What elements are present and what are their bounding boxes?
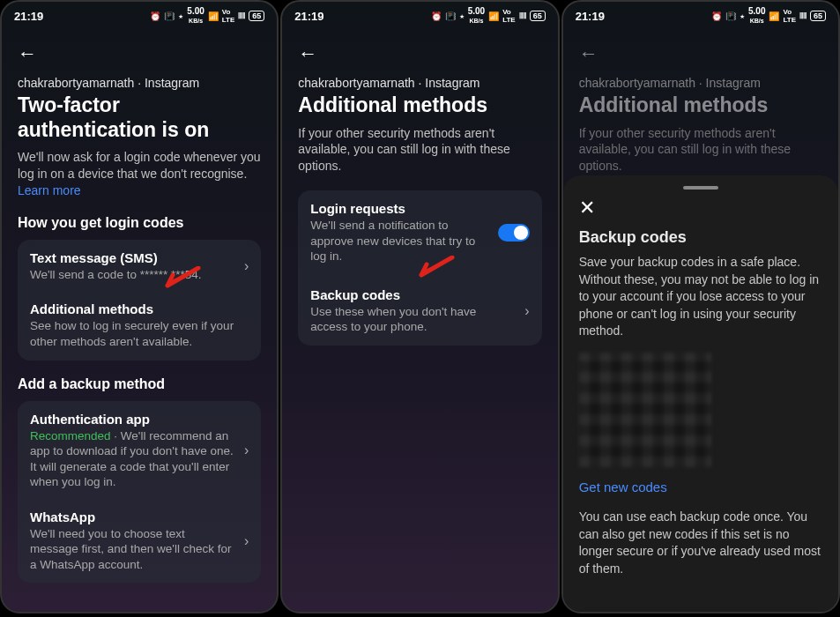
- sms-title: Text message (SMS): [30, 250, 235, 265]
- login-requests-toggle[interactable]: [498, 224, 530, 242]
- whatsapp-title: WhatsApp: [30, 509, 235, 524]
- battery-icon: 65: [810, 11, 826, 21]
- additional-methods-title: Additional methods: [30, 301, 249, 316]
- wifi-icon: 📶: [769, 11, 779, 21]
- learn-more-link[interactable]: Learn more: [18, 183, 81, 197]
- wifi-icon: 📶: [488, 11, 499, 21]
- page-title: Additional methods: [579, 93, 822, 118]
- chevron-right-icon: ›: [244, 533, 249, 549]
- back-button[interactable]: ←: [18, 42, 37, 65]
- page-title: Two-factor authentication is on: [18, 93, 261, 142]
- backup-codes-sheet: ✕ Backup codes Save your backup codes in…: [563, 175, 838, 612]
- vibrate-icon: 📳: [725, 11, 736, 21]
- bluetooth-icon: ⋆: [178, 11, 183, 21]
- page-subtitle: We'll now ask for a login code whenever …: [18, 149, 261, 199]
- alarm-icon: ⏰: [431, 11, 442, 21]
- page-subtitle: If your other security methods aren't av…: [298, 125, 541, 175]
- net-speed: 5.00KB/s: [468, 7, 485, 25]
- login-codes-card: Text message (SMS) We'll send a code to …: [18, 240, 261, 361]
- back-button[interactable]: ←: [579, 42, 598, 65]
- backup-codes-sub: Use these when you don't have access to …: [310, 304, 516, 335]
- net-speed: 5.00KB/s: [748, 7, 765, 25]
- get-new-codes-link[interactable]: Get new codes: [579, 479, 667, 494]
- phone-screen-3: 21:19 ⏰ 📳 ⋆ 5.00KB/s 📶 VoLTE ⫴⫴ 65 ← cha…: [561, 0, 840, 613]
- auth-app-row[interactable]: Authentication app Recommended · We'll r…: [18, 401, 261, 501]
- status-bar: 21:19 ⏰ 📳 ⋆ 5.00KB/s 📶 VoLTE ⫴⫴ 65: [2, 2, 277, 26]
- login-requests-row[interactable]: Login requests We'll send a notification…: [298, 190, 541, 275]
- backup-codes-title: Backup codes: [310, 287, 516, 302]
- page-subtitle: If your other security methods aren't av…: [579, 125, 822, 175]
- auth-app-title: Authentication app: [30, 412, 235, 427]
- recommended-label: Recommended: [30, 429, 111, 442]
- chevron-right-icon: ›: [244, 442, 249, 458]
- sheet-footer: You can use each backup code once. You c…: [579, 509, 822, 577]
- close-icon[interactable]: ✕: [579, 197, 595, 219]
- whatsapp-row[interactable]: WhatsApp We'll need you to choose text m…: [18, 501, 261, 584]
- sheet-handle[interactable]: [683, 186, 718, 190]
- status-bar: 21:19 ⏰ 📳 ⋆ 5.00KB/s 📶 VoLTE ⫴⫴ 65: [563, 2, 838, 26]
- volte-icon: VoLTE: [502, 8, 516, 24]
- breadcrumb: chakrabortyamarnath · Instagram: [18, 76, 261, 90]
- page-title: Additional methods: [298, 93, 541, 118]
- status-time: 21:19: [294, 10, 323, 23]
- chevron-right-icon: ›: [244, 258, 249, 274]
- volte-icon: VoLTE: [222, 8, 235, 24]
- status-icons: ⏰ 📳 ⋆ 5.00KB/s 📶 VoLTE ⫴⫴ 65: [431, 7, 546, 25]
- section-backup-method: Add a backup method: [18, 376, 261, 392]
- chevron-right-icon: ›: [524, 303, 529, 319]
- vibrate-icon: 📳: [164, 11, 175, 21]
- whatsapp-sub: We'll need you to choose text message fi…: [30, 526, 235, 573]
- signal-icon: ⫴⫴: [238, 11, 245, 21]
- bluetooth-icon: ⋆: [740, 11, 745, 21]
- sheet-description: Save your backup codes in a safe place. …: [579, 254, 822, 340]
- login-requests-title: Login requests: [310, 201, 488, 216]
- status-time: 21:19: [576, 10, 605, 23]
- additional-methods-sub: See how to log in securely even if your …: [30, 318, 249, 349]
- section-login-codes: How you get login codes: [18, 215, 261, 231]
- status-icons: ⏰ 📳 ⋆ 5.00KB/s 📶 VoLTE ⫴⫴ 65: [711, 7, 826, 25]
- sheet-title: Backup codes: [579, 228, 822, 247]
- additional-methods-row[interactable]: Additional methods See how to log in sec…: [18, 293, 261, 360]
- battery-icon: 65: [530, 11, 546, 21]
- backup-method-card: Authentication app Recommended · We'll r…: [18, 401, 261, 584]
- backup-codes-blurred: [579, 353, 711, 467]
- signal-icon: ⫴⫴: [519, 11, 526, 21]
- bluetooth-icon: ⋆: [459, 11, 465, 21]
- volte-icon: VoLTE: [783, 8, 796, 24]
- vibrate-icon: 📳: [445, 11, 456, 21]
- sms-sub: We'll send a code to ****** ***54.: [30, 267, 235, 283]
- additional-methods-card: Login requests We'll send a notification…: [298, 190, 541, 346]
- signal-icon: ⫴⫴: [799, 11, 807, 21]
- auth-app-sub: Recommended · We'll recommend an app to …: [30, 428, 235, 490]
- alarm-icon: ⏰: [150, 11, 160, 21]
- status-time: 21:19: [14, 10, 43, 23]
- backup-codes-row[interactable]: Backup codes Use these when you don't ha…: [298, 275, 541, 346]
- alarm-icon: ⏰: [711, 11, 722, 21]
- back-button[interactable]: ←: [298, 42, 317, 65]
- phone-screen-1: 21:19 ⏰ 📳 ⋆ 5.00KB/s 📶 VoLTE ⫴⫴ 65 ← cha…: [0, 0, 279, 613]
- breadcrumb: chakrabortyamarnath · Instagram: [579, 76, 822, 90]
- net-speed: 5.00KB/s: [187, 7, 204, 25]
- status-icons: ⏰ 📳 ⋆ 5.00KB/s 📶 VoLTE ⫴⫴ 65: [150, 7, 264, 25]
- sms-row[interactable]: Text message (SMS) We'll send a code to …: [18, 240, 261, 294]
- breadcrumb: chakrabortyamarnath · Instagram: [298, 76, 541, 90]
- login-requests-sub: We'll send a notification to approve new…: [310, 218, 488, 264]
- battery-icon: 65: [249, 11, 264, 21]
- phone-screen-2: 21:19 ⏰ 📳 ⋆ 5.00KB/s 📶 VoLTE ⫴⫴ 65 ← cha…: [280, 0, 559, 613]
- wifi-icon: 📶: [208, 11, 219, 21]
- status-bar: 21:19 ⏰ 📳 ⋆ 5.00KB/s 📶 VoLTE ⫴⫴ 65: [282, 2, 557, 26]
